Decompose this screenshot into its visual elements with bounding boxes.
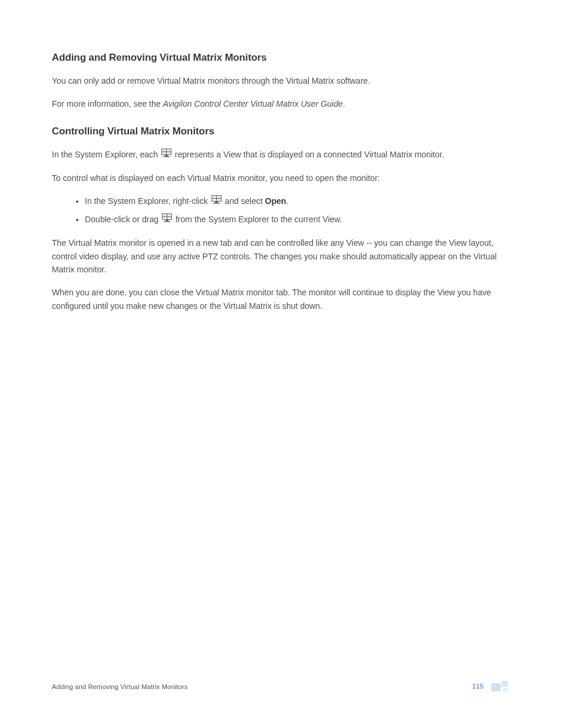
list-item: Double-click or drag from the System Exp…: [85, 213, 510, 227]
bold-text: Open: [265, 196, 286, 206]
monitor-grid-icon: [211, 195, 222, 208]
paragraph: In the System Explorer, each represents …: [52, 148, 510, 162]
svg-rect-8: [215, 202, 218, 203]
text-run: represents a View that is displayed on a…: [173, 150, 444, 159]
heading-controlling: Controlling Virtual Matrix Monitors: [52, 126, 510, 137]
list-item: In the System Explorer, right-click and …: [85, 195, 510, 209]
text-run: .: [343, 99, 345, 108]
svg-rect-3: [165, 155, 168, 156]
text-run: In the System Explorer, right-click: [85, 196, 210, 206]
paragraph: To control what is displayed on each Vir…: [52, 172, 510, 185]
text-run: Double-click or drag: [85, 215, 161, 224]
svg-rect-16: [502, 681, 508, 687]
footer-right: 115: [472, 681, 510, 693]
svg-rect-4: [163, 156, 170, 157]
svg-rect-14: [164, 221, 170, 222]
page-number: 115: [472, 683, 484, 690]
text-run: from the System Explorer to the current …: [173, 215, 342, 224]
monitor-grid-icon: [161, 148, 171, 162]
instruction-list: In the System Explorer, right-click and …: [85, 195, 510, 227]
paragraph: When you are done, you can close the Vir…: [52, 286, 510, 312]
text-run: In the System Explorer, each: [52, 150, 160, 159]
svg-rect-13: [166, 220, 168, 221]
document-page: Adding and Removing Virtual Matrix Monit…: [0, 0, 562, 728]
paragraph: You can only add or remove Virtual Matri…: [52, 74, 510, 88]
svg-rect-9: [213, 203, 220, 204]
reference-title: Avigilon Control Center Virtual Matrix U…: [163, 99, 343, 108]
svg-rect-17: [503, 688, 508, 691]
svg-rect-15: [491, 683, 501, 691]
text-run: .: [286, 196, 289, 206]
footer-decoration-icon: [491, 681, 510, 693]
heading-adding-removing: Adding and Removing Virtual Matrix Monit…: [52, 52, 510, 64]
page-footer: Adding and Removing Virtual Matrix Monit…: [52, 681, 510, 693]
monitor-grid-icon: [162, 213, 172, 226]
footer-section-title: Adding and Removing Virtual Matrix Monit…: [52, 683, 188, 690]
paragraph: For more information, see the Avigilon C…: [52, 97, 510, 111]
paragraph: The Virtual Matrix monitor is opened in …: [52, 236, 510, 276]
text-run: For more information, see the: [52, 99, 163, 108]
text-run: and select: [223, 196, 265, 206]
